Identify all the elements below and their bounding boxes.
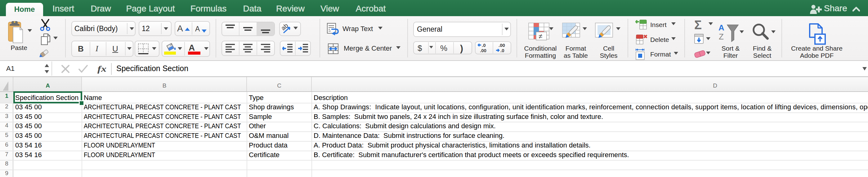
svg-text:.0: .0 [500,48,504,53]
svg-text:.0: .0 [482,42,486,48]
svg-text:.00: .00 [498,42,505,48]
svg-text:≠: ≠ [538,32,542,40]
svg-text:.00: .00 [480,48,487,53]
